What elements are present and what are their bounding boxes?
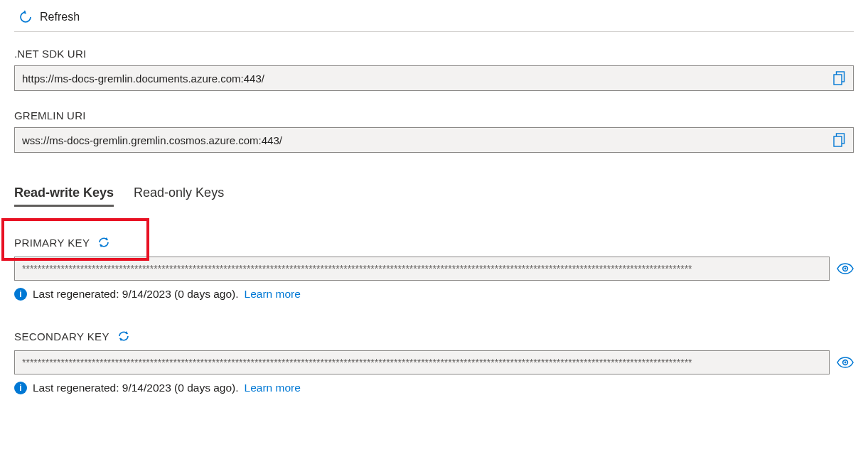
gremlin-uri-label: GREMLIN URI <box>14 109 854 122</box>
learn-more-link[interactable]: Learn more <box>245 382 301 394</box>
tab-read-only-keys[interactable]: Read-only Keys <box>134 185 224 207</box>
svg-rect-3 <box>834 136 842 146</box>
primary-key-label: PRIMARY KEY <box>14 237 90 249</box>
gremlin-uri-field[interactable]: wss://ms-docs-gremlin.gremlin.cosmos.azu… <box>14 127 854 153</box>
svg-point-5 <box>845 268 847 270</box>
secondary-key-section: SECONDARY KEY **************************… <box>14 329 854 394</box>
show-icon[interactable] <box>837 263 854 274</box>
primary-key-section: PRIMARY KEY ****************************… <box>14 235 854 301</box>
sdk-uri-field[interactable]: https://ms-docs-gremlin.documents.azure.… <box>14 65 854 91</box>
gremlin-uri-value: wss://ms-docs-gremlin.gremlin.cosmos.azu… <box>22 134 833 146</box>
sdk-uri-value: https://ms-docs-gremlin.documents.azure.… <box>22 72 833 85</box>
sdk-uri-section: .NET SDK URI https://ms-docs-gremlin.doc… <box>14 48 854 91</box>
secondary-regen-info: i Last regenerated: 9/14/2023 (0 days ag… <box>14 382 854 394</box>
refresh-icon[interactable] <box>18 10 33 24</box>
secondary-key-field[interactable]: ****************************************… <box>14 350 830 374</box>
info-icon: i <box>14 382 27 394</box>
copy-icon[interactable] <box>833 71 846 85</box>
toolbar: Refresh <box>14 7 854 32</box>
regenerate-icon[interactable] <box>117 329 131 343</box>
tab-read-write-keys[interactable]: Read-write Keys <box>14 185 114 207</box>
svg-rect-1 <box>834 75 842 85</box>
secondary-key-label: SECONDARY KEY <box>14 330 109 343</box>
regenerate-icon[interactable] <box>97 235 111 249</box>
refresh-button[interactable]: Refresh <box>40 11 80 23</box>
regen-text: Last regenerated: 9/14/2023 (0 days ago)… <box>33 382 239 394</box>
primary-key-field[interactable]: ****************************************… <box>14 257 830 281</box>
sdk-uri-label: .NET SDK URI <box>14 48 854 60</box>
svg-point-7 <box>845 362 847 364</box>
primary-regen-info: i Last regenerated: 9/14/2023 (0 days ag… <box>14 288 854 301</box>
keys-tabs: Read-write Keys Read-only Keys <box>14 185 854 207</box>
gremlin-uri-section: GREMLIN URI wss://ms-docs-gremlin.gremli… <box>14 109 854 153</box>
info-icon: i <box>14 288 27 301</box>
show-icon[interactable] <box>837 357 854 368</box>
regen-text: Last regenerated: 9/14/2023 (0 days ago)… <box>33 288 239 301</box>
copy-icon[interactable] <box>833 133 846 147</box>
learn-more-link[interactable]: Learn more <box>245 288 301 301</box>
